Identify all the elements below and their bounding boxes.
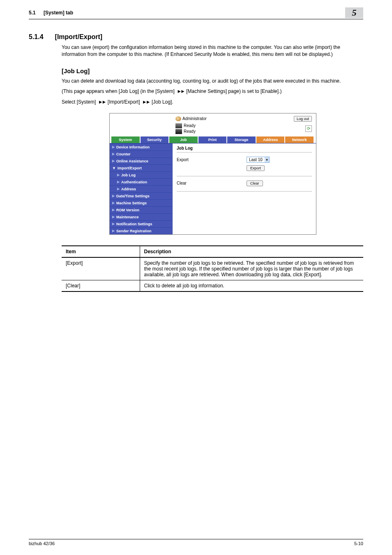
page-footer: bizhub 42/36 5-10	[29, 539, 363, 546]
sidebar-item-maintenance[interactable]: ▶Maintenance	[110, 213, 172, 220]
sidebar-item-online-assistance[interactable]: ▶Online Assistance	[110, 157, 172, 164]
main-panel: Job Log Export Last 10 ▾ Export	[173, 143, 316, 208]
export-button[interactable]: Export	[247, 165, 265, 171]
export-select-value: Last 10	[247, 157, 265, 162]
chapter-number: 5	[352, 7, 357, 18]
sidebar: ▶Device Information ▶Counter ▶Online Ass…	[110, 143, 173, 234]
sidebar-item-notification-settings[interactable]: ▶Notification Settings	[110, 220, 172, 227]
arrow-icon: ►►	[176, 88, 185, 94]
section-intro: You can save (export) the configuration …	[62, 44, 363, 58]
col-header-description: Description	[140, 246, 363, 257]
footer-page: 5-10	[354, 541, 363, 546]
refresh-button[interactable]: ⟳	[305, 125, 312, 132]
export-label: Export	[177, 157, 247, 162]
joblog-para-3: Select [System] ►► [Import/Export] ►► [J…	[62, 99, 363, 106]
tab-storage[interactable]: Storage	[227, 136, 256, 143]
chevron-down-icon: ▾	[265, 157, 269, 162]
cell-desc: Click to delete all job log information.	[140, 280, 363, 291]
sidebar-item-machine-settings[interactable]: ▶Machine Settings	[110, 199, 172, 206]
arrow-icon: ►►	[97, 99, 106, 105]
clear-row: Clear Clear	[177, 180, 312, 186]
running-header: 5.1 [System] tab 5	[29, 10, 363, 19]
sidebar-item-address[interactable]: ▶Address	[110, 185, 172, 192]
cell-item: [Clear]	[62, 280, 140, 291]
sidebar-item-job-log[interactable]: ▶Job Log	[110, 171, 172, 178]
cell-desc: Specify the number of job logs to be ret…	[140, 257, 363, 280]
export-select[interactable]: Last 10 ▾	[247, 157, 270, 163]
section-number: 5.1.4	[29, 33, 44, 41]
printer-icon	[175, 123, 182, 128]
sidebar-item-date-time-settings[interactable]: ▶Date/Time Settings	[110, 192, 172, 199]
clear-button[interactable]: Clear	[247, 180, 263, 186]
page-title: Job Log	[177, 146, 312, 150]
arrow-icon: ►►	[141, 99, 150, 105]
embedded-screenshot: Administrator Log out Ready Ready	[109, 113, 316, 235]
table-row: [Clear] Click to delete all job log info…	[62, 280, 363, 291]
clear-label: Clear	[177, 181, 247, 185]
user-icon	[175, 116, 181, 121]
section-heading: 5.1.4 [Import/Export]	[29, 33, 363, 41]
scanner-status: Ready	[175, 129, 196, 134]
joblog-para-2: (This page appears when [Job Log] (in th…	[62, 88, 363, 95]
tab-network[interactable]: Network	[285, 136, 314, 143]
table-row: [Export] Specify the number of job logs …	[62, 257, 363, 280]
user-indicator: Administrator	[175, 116, 207, 121]
sidebar-item-sender-registration[interactable]: ▶Sender Registration	[110, 227, 172, 234]
sidebar-item-counter[interactable]: ▶Counter	[110, 150, 172, 157]
section-title: [Import/Export]	[55, 33, 103, 41]
tab-address[interactable]: Address	[256, 136, 285, 143]
subsection-heading: [Job Log]	[62, 67, 363, 74]
joblog-para-1: You can delete and download log data (ac…	[62, 78, 363, 85]
export-row: Export Last 10 ▾	[177, 157, 312, 163]
tab-print[interactable]: Print	[198, 136, 227, 143]
sidebar-item-rom-version[interactable]: ▶ROM Version	[110, 206, 172, 213]
cell-item: [Export]	[62, 257, 140, 280]
description-table: Item Description [Export] Specify the nu…	[62, 245, 363, 292]
tab-security[interactable]: Security	[141, 136, 169, 143]
sidebar-item-import-export[interactable]: ▼ Import/Export	[110, 164, 172, 171]
chapter-badge: 5	[345, 7, 363, 18]
tab-bar: System Security Job Print Storage Addres…	[110, 136, 316, 143]
header-section-number: 5.1	[29, 10, 36, 16]
col-header-item: Item	[62, 246, 140, 257]
header-left: 5.1 [System] tab	[29, 10, 73, 16]
footer-model: bizhub 42/36	[29, 541, 55, 546]
sidebar-item-device-information[interactable]: ▶Device Information	[110, 143, 172, 150]
sidebar-item-authentication[interactable]: ▶Authentication	[110, 178, 172, 185]
tab-system[interactable]: System	[111, 136, 140, 143]
header-section-title: [System] tab	[44, 10, 73, 16]
user-label: Administrator	[182, 116, 207, 121]
scanner-icon	[175, 129, 182, 134]
logout-button[interactable]: Log out	[294, 116, 312, 122]
tab-job[interactable]: Job	[169, 136, 198, 143]
printer-status: Ready	[175, 123, 196, 128]
